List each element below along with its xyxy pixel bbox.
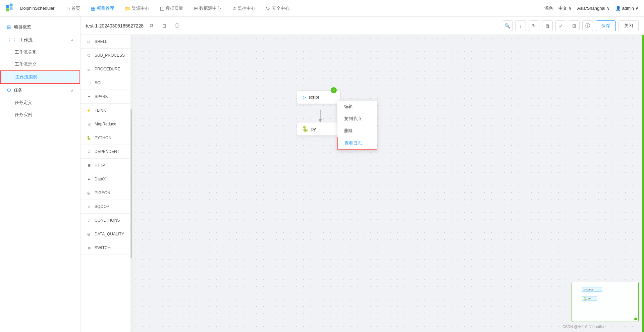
task-flink[interactable]: ⚡ FLINK bbox=[80, 104, 132, 117]
lang-label: 中文 bbox=[558, 5, 567, 11]
close-button[interactable]: 关闭 bbox=[619, 20, 639, 31]
lang-switcher[interactable]: 中文 ∨ bbox=[558, 5, 572, 11]
sidebar-project-overview-label: 项目概览 bbox=[14, 24, 31, 30]
node-script-status: ✓ bbox=[331, 87, 337, 93]
sidebar-item-workflow-relation[interactable]: 工作流关系 bbox=[0, 46, 80, 58]
task-dataquality-label: DATA_QUALITY bbox=[95, 232, 124, 236]
task-shell-label: SHELL bbox=[95, 39, 107, 44]
save-button[interactable]: 保存 bbox=[596, 20, 616, 31]
task-spark[interactable]: ✦ SPARK bbox=[80, 90, 132, 104]
nav-project[interactable]: ▦ 项目管理 bbox=[90, 4, 115, 13]
subprocess-icon: ⬡ bbox=[86, 52, 92, 58]
sidebar-item-workflow-definition[interactable]: 工作流定义 bbox=[0, 58, 80, 70]
python-icon: 🐍 bbox=[86, 135, 92, 141]
task-mapreduce-label: MapReduce bbox=[95, 122, 116, 126]
task-datax-label: DataX bbox=[95, 177, 106, 181]
nav-security[interactable]: 🛡 安全中心 bbox=[265, 4, 290, 13]
context-menu-copy[interactable]: 复制节点 bbox=[337, 113, 377, 125]
info-button[interactable]: ⓘ bbox=[172, 21, 182, 31]
logo[interactable]: DolphinScheduler bbox=[5, 2, 55, 14]
theme-switcher[interactable]: 深色 bbox=[544, 5, 553, 11]
nav-resource[interactable]: 📁 资源中心 bbox=[124, 4, 150, 13]
node-py[interactable]: ✕ 🐍 py bbox=[297, 122, 340, 136]
task-sqoop-label: SQOOP bbox=[95, 204, 109, 209]
user-menu[interactable]: 👤 admin ∨ bbox=[615, 6, 639, 11]
task-pigeon[interactable]: ◎ PIGEON bbox=[80, 186, 132, 200]
logo-icon bbox=[5, 2, 17, 14]
task-subprocess[interactable]: ⬡ SUB_PROCESS bbox=[80, 49, 132, 62]
user-chevron-icon: ∨ bbox=[635, 6, 639, 11]
timezone-label: Asia/Shanghai bbox=[577, 6, 605, 11]
task-datax[interactable]: ● DataX bbox=[80, 172, 132, 186]
svg-rect-0 bbox=[6, 5, 9, 8]
sidebar-task-section[interactable]: ⚙ 任务 ∧ bbox=[0, 84, 80, 97]
search-button[interactable]: 🔍 bbox=[502, 20, 513, 31]
task-procedure[interactable]: ☰ PROCEDURE bbox=[80, 62, 132, 76]
task-spark-label: SPARK bbox=[95, 94, 108, 99]
nav-security-label: 安全中心 bbox=[272, 5, 289, 11]
workflow-relation-label: 工作流关系 bbox=[15, 50, 37, 55]
context-menu-view-log[interactable]: 查看日志 bbox=[337, 137, 377, 150]
topnav: DolphinScheduler ⌂ 首页 ▦ 项目管理 📁 资源中心 ◫ 数据… bbox=[0, 0, 644, 17]
timezone-switcher[interactable]: Asia/Shanghai ∨ bbox=[577, 6, 610, 11]
layout-button[interactable]: ⊞ bbox=[569, 20, 580, 31]
node-script[interactable]: ✓ ▷ script bbox=[297, 90, 340, 104]
fullscreen-button[interactable]: ⤢ bbox=[555, 20, 566, 31]
dependent-icon: ⊙ bbox=[86, 149, 92, 155]
sqoop-icon: ○ bbox=[86, 204, 92, 210]
home-icon: ⌂ bbox=[67, 6, 70, 11]
sql-icon: ⊟ bbox=[86, 80, 92, 86]
task-conditions[interactable]: ⇌ CONDITIONS bbox=[80, 214, 132, 227]
mapreduce-icon: ⊞ bbox=[86, 121, 92, 127]
screenshot-button[interactable]: ⊡ bbox=[160, 21, 169, 31]
task-python[interactable]: 🐍 PYTHON bbox=[80, 131, 132, 145]
node-script-label: script bbox=[309, 95, 319, 100]
task-sql[interactable]: ⊟ SQL bbox=[80, 76, 132, 90]
mini-map: ▷ script 🐍 py bbox=[572, 282, 639, 322]
context-menu-delete[interactable]: 删除 bbox=[337, 125, 377, 137]
theme-label: 深色 bbox=[544, 5, 553, 11]
logo-text: DolphinScheduler bbox=[20, 6, 55, 11]
resource-icon: 📁 bbox=[125, 6, 130, 11]
workflow-title: test-1-20240305165627228 bbox=[86, 23, 144, 29]
task-flink-label: FLINK bbox=[95, 108, 106, 113]
datasource-icon: ⊟ bbox=[194, 6, 198, 11]
task-panel-scrollbar-track bbox=[130, 35, 132, 332]
workflow-canvas[interactable]: ✓ ▷ script ✕ 🐍 py 编辑 复制节点 删除 查看日志 bbox=[132, 35, 644, 332]
sidebar-item-project-overview[interactable]: ⊞ 项目概览 bbox=[0, 21, 80, 34]
task-pigeon-label: PIGEON bbox=[95, 190, 110, 195]
copy-workflow-button[interactable]: ⧉ bbox=[147, 21, 156, 31]
task-switch[interactable]: ⊠ SWITCH bbox=[80, 241, 132, 255]
task-panel-scrollbar-thumb[interactable] bbox=[130, 109, 132, 258]
task-shell[interactable]: ▷ SHELL bbox=[80, 35, 132, 49]
nav-home-label: 首页 bbox=[71, 5, 80, 11]
task-dependent[interactable]: ⊙ DEPENDENT bbox=[80, 145, 132, 159]
main-content: test-1-20240305165627228 ⧉ ⊡ ⓘ 🔍 ↓ ↻ 🗑 ⤢… bbox=[80, 17, 644, 332]
task-gear-icon: ⚙ bbox=[7, 87, 11, 93]
status-bar bbox=[642, 35, 644, 332]
delete-button[interactable]: 🗑 bbox=[542, 20, 553, 31]
task-sql-label: SQL bbox=[95, 80, 103, 85]
nav-home[interactable]: ⌂ 首页 bbox=[67, 4, 81, 13]
task-dataquality[interactable]: ◎ DATA_QUALITY bbox=[80, 227, 132, 241]
task-procedure-label: PROCEDURE bbox=[95, 67, 120, 71]
workflow-info-button[interactable]: ⓘ bbox=[582, 20, 593, 31]
download-button[interactable]: ↓ bbox=[515, 20, 526, 31]
refresh-button[interactable]: ↻ bbox=[529, 20, 539, 31]
task-sqoop[interactable]: ○ SQOOP bbox=[80, 200, 132, 214]
nav-monitor[interactable]: 🖥 监控中心 bbox=[231, 4, 256, 13]
py-node-icon: 🐍 bbox=[302, 126, 309, 132]
nav-quality[interactable]: ◫ 数据质量 bbox=[159, 4, 184, 13]
nav-resource-label: 资源中心 bbox=[132, 5, 149, 11]
sidebar-item-task-instance[interactable]: 任务实例 bbox=[0, 109, 80, 121]
workflow-icon: ⋮⋮ bbox=[7, 37, 17, 43]
sidebar-workflow-section[interactable]: ⋮⋮ 工作流 ∧ bbox=[0, 34, 80, 46]
context-menu-edit[interactable]: 编辑 bbox=[337, 101, 377, 113]
nav-datasource[interactable]: ⊟ 数据源中心 bbox=[193, 4, 222, 13]
sidebar-item-task-definition[interactable]: 任务定义 bbox=[0, 97, 80, 109]
sidebar-item-workflow-instance[interactable]: 工作流实例 bbox=[0, 70, 80, 84]
task-mapreduce[interactable]: ⊞ MapReduce bbox=[80, 117, 132, 131]
timezone-chevron-icon: ∨ bbox=[607, 6, 610, 11]
user-label: admin bbox=[622, 6, 634, 11]
task-http[interactable]: ⊟ HTTP bbox=[80, 159, 132, 172]
